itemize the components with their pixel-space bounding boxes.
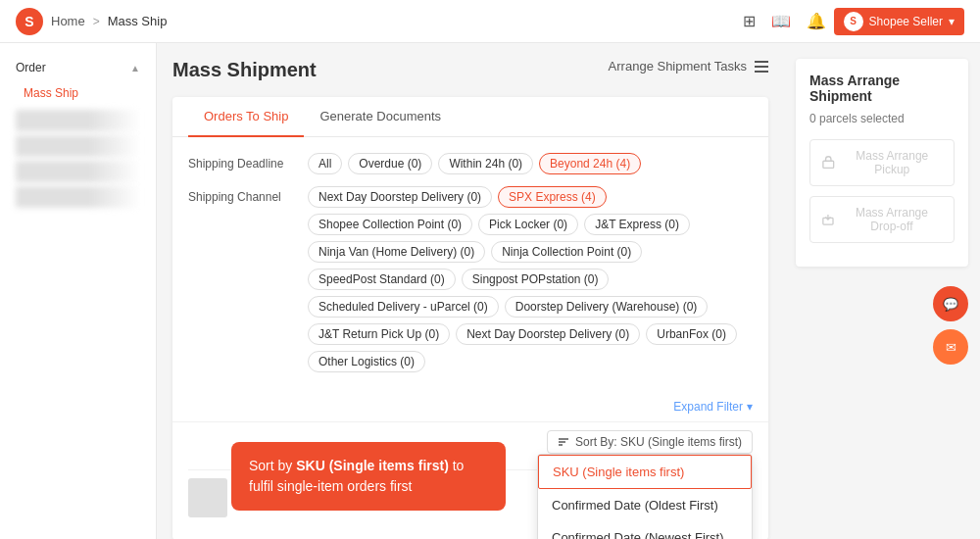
channel-tag-14[interactable]: Other Logistics (0) — [308, 351, 425, 372]
deadline-tag-within24h[interactable]: Within 24h (0) — [438, 153, 533, 174]
seller-avatar: S — [844, 12, 863, 31]
channel-tag-10[interactable]: Doorstep Delivery (Warehouse) (0) — [505, 296, 709, 318]
sidebar-section-order[interactable]: Order ▲ — [0, 55, 156, 80]
top-navigation: S Home > Mass Ship ⊞ 📖 🔔 S Shopee Seller… — [0, 0, 980, 43]
deadline-tags: All Overdue (0) Within 24h (0) Beyond 24… — [308, 153, 641, 174]
channel-tag-4[interactable]: J&T Express (0) — [584, 214, 690, 235]
sort-tooltip: Sort by SKU (Single items first) to fulf… — [231, 442, 506, 511]
sidebar-item-blurred-1 — [16, 110, 140, 131]
parcels-selected: 0 parcels selected — [809, 112, 955, 125]
book-icon[interactable]: 📖 — [771, 12, 791, 30]
bell-icon[interactable]: 🔔 — [807, 12, 826, 30]
sort-option-1[interactable]: Confirmed Date (Oldest First) — [538, 489, 752, 521]
sidebar-item-blurred-3 — [16, 161, 140, 182]
page-header: Mass Shipment Arrange Shipment Tasks — [172, 59, 768, 81]
seller-chevron-icon: ▾ — [949, 15, 955, 28]
home-link[interactable]: Home — [51, 14, 85, 28]
arrange-tasks-label: Arrange Shipment Tasks — [609, 59, 747, 74]
tabs-bar: Orders To Ship Generate Documents — [172, 97, 768, 137]
chevron-up-icon: ▲ — [130, 63, 140, 74]
right-panel-title: Mass Arrange Shipment — [809, 73, 955, 104]
breadcrumb-separator: > — [93, 15, 100, 28]
dropoff-icon — [822, 213, 834, 226]
sidebar: Order ▲ Mass Ship — [0, 43, 157, 539]
deadline-tag-overdue[interactable]: Overdue (0) — [348, 153, 432, 174]
mass-arrange-pickup-button[interactable]: Mass Arrange Pickup — [809, 139, 955, 186]
channel-tag-2[interactable]: Shopee Collection Point (0) — [308, 214, 472, 235]
channel-tag-7[interactable]: SpeedPost Standard (0) — [308, 269, 456, 290]
sort-dropdown-list: SKU (Single items first) Confirmed Date … — [537, 454, 753, 539]
channel-tag-11[interactable]: J&T Return Pick Up (0) — [308, 323, 450, 345]
svg-rect-3 — [823, 161, 834, 168]
channel-tags: Next Day Doorstep Delivery (0) SPX Expre… — [308, 186, 753, 372]
deadline-tag-all[interactable]: All — [308, 153, 342, 174]
channel-tag-0[interactable]: Next Day Doorstep Delivery (0) — [308, 186, 492, 208]
tooltip-highlight: SKU (Single items first) — [296, 458, 449, 473]
arrange-tasks-button[interactable]: Arrange Shipment Tasks — [609, 59, 768, 74]
pickup-icon — [822, 156, 835, 170]
filters-section: Shipping Deadline All Overdue (0) Within… — [172, 137, 768, 400]
sort-option-0[interactable]: SKU (Single items first) — [538, 455, 752, 489]
main-content: Mass Shipment Arrange Shipment Tasks Ord… — [157, 43, 784, 539]
dropoff-btn-label: Mass Arrange Drop-off — [842, 206, 942, 233]
sidebar-item-blurred-2 — [16, 135, 140, 157]
sort-dropdown: SKU (Single items first) Confirmed Date … — [537, 454, 753, 539]
right-panel-card: Mass Arrange Shipment 0 parcels selected… — [796, 59, 968, 267]
expand-filter-button[interactable]: Expand Filter ▾ — [673, 400, 753, 414]
expand-filter-label: Expand Filter — [673, 400, 743, 414]
shipping-deadline-row: Shipping Deadline All Overdue (0) Within… — [188, 153, 753, 174]
pickup-btn-label: Mass Arrange Pickup — [843, 149, 942, 176]
channel-tag-12[interactable]: Next Day Doorstep Delivery (0) — [456, 323, 640, 345]
channel-tag-13[interactable]: UrbanFox (0) — [646, 323, 737, 345]
hamburger-icon — [755, 61, 768, 73]
right-panel: Mass Arrange Shipment 0 parcels selected… — [784, 43, 980, 539]
sort-label: Sort By: SKU (Single items first) — [575, 435, 742, 449]
deadline-tag-beyond24h[interactable]: Beyond 24h (4) — [539, 153, 641, 174]
channel-tag-6[interactable]: Ninja Collection Point (0) — [491, 241, 642, 263]
channel-tag-1[interactable]: SPX Express (4) — [498, 186, 607, 208]
channel-tag-8[interactable]: Singpost POPstation (0) — [462, 269, 610, 290]
shipping-deadline-label: Shipping Deadline — [188, 153, 296, 171]
mass-arrange-dropoff-button[interactable]: Mass Arrange Drop-off — [809, 196, 955, 243]
sort-option-2[interactable]: Confirmed Date (Newest First) — [538, 521, 752, 539]
channel-tag-5[interactable]: Ninja Van (Home Delivery) (0) — [308, 241, 485, 263]
expand-filter-row: Expand Filter ▾ — [172, 400, 768, 421]
tab-generate-documents[interactable]: Generate Documents — [304, 97, 457, 137]
chat-icon: 💬 — [943, 297, 958, 312]
seller-label: Shopee Seller — [869, 15, 943, 28]
page-title: Mass Shipment — [172, 59, 317, 81]
main-card: Orders To Ship Generate Documents Shippi… — [172, 97, 768, 539]
tab-orders-to-ship[interactable]: Orders To Ship — [188, 97, 304, 137]
nav-icons-group: ⊞ 📖 🔔 — [743, 12, 826, 30]
shopee-logo: S — [16, 8, 43, 35]
chevron-down-icon: ▾ — [747, 400, 753, 414]
message-float-button[interactable]: ✉ — [933, 329, 968, 365]
shipping-channel-row: Shipping Channel Next Day Doorstep Deliv… — [188, 186, 753, 372]
chat-float-button[interactable]: 💬 — [933, 286, 968, 321]
grid-icon[interactable]: ⊞ — [743, 12, 756, 30]
sort-button[interactable]: Sort By: SKU (Single items first) — [547, 430, 753, 454]
breadcrumb-current: Mass Ship — [108, 14, 168, 28]
seller-badge[interactable]: S Shopee Seller ▾ — [834, 8, 964, 35]
channel-tag-3[interactable]: Pick Locker (0) — [478, 214, 578, 235]
sidebar-item-mass-ship[interactable]: Mass Ship — [0, 80, 156, 106]
sort-icon — [558, 436, 569, 448]
product-thumbnail — [188, 478, 227, 517]
shipping-channel-label: Shipping Channel — [188, 186, 296, 204]
channel-tag-9[interactable]: Scheduled Delivery - uParcel (0) — [308, 296, 499, 318]
floating-buttons: 💬 ✉ — [796, 286, 968, 365]
tooltip-line1: Sort by — [249, 458, 296, 473]
message-icon: ✉ — [946, 340, 956, 355]
sidebar-item-blurred-4 — [16, 186, 140, 208]
